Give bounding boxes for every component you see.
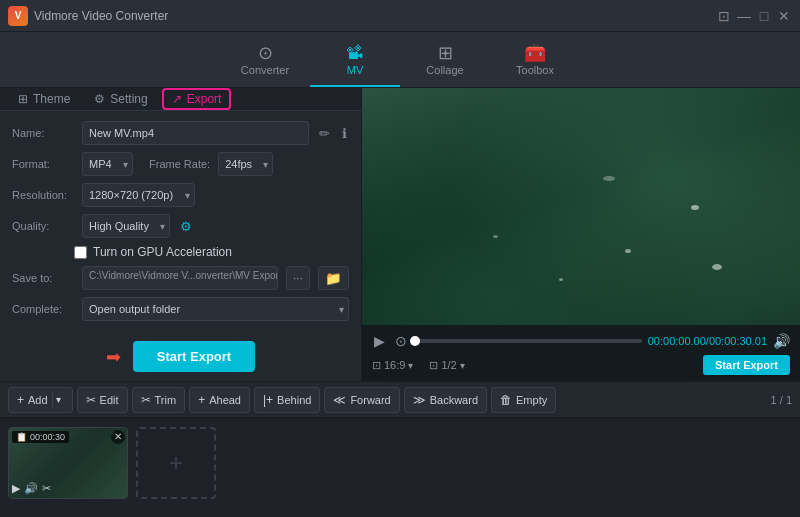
ahead-icon: + <box>198 393 205 407</box>
resolution-select[interactable]: 1280×720 (720p) <box>82 183 195 207</box>
open-folder-btn[interactable]: 📁 <box>318 266 349 290</box>
clip-volume-icon[interactable]: 🔊 <box>24 482 38 495</box>
right-panel: ▶ ⊙ 00:00:00.00/00:00:30.01 🔊 ⊡ 16:9 ▾ <box>362 88 800 381</box>
complete-select[interactable]: Open output folder <box>82 297 349 321</box>
resolution-select-wrapper: 1280×720 (720p) <box>82 183 195 207</box>
tab-toolbox-label: Toolbox <box>516 64 554 76</box>
name-input[interactable] <box>82 121 309 145</box>
empty-icon: 🗑 <box>500 393 512 407</box>
minimize-btn[interactable]: — <box>736 8 752 24</box>
info-icon[interactable]: ℹ <box>340 124 349 143</box>
speed-arrow-icon: ▾ <box>460 360 465 371</box>
forward-button[interactable]: ≪ Forward <box>324 387 399 413</box>
format-select[interactable]: MP4 <box>82 152 133 176</box>
clip-cut-icon[interactable]: ✂ <box>42 482 51 495</box>
complete-label: Complete: <box>12 303 74 315</box>
behind-label: Behind <box>277 394 311 406</box>
edit-label: Edit <box>100 394 119 406</box>
tab-mv[interactable]: 📽 MV <box>310 35 400 87</box>
frame-rate-label: Frame Rate: <box>149 158 210 170</box>
quality-select-wrapper: High Quality <box>82 214 170 238</box>
backward-button[interactable]: ≫ Backward <box>404 387 487 413</box>
video-start-export-button[interactable]: Start Export <box>703 355 790 375</box>
add-clip-button[interactable]: + <box>136 427 216 499</box>
add-button[interactable]: + Add ▾ <box>8 387 73 413</box>
foam-dot-2 <box>691 205 699 210</box>
mv-icon: 📽 <box>346 44 364 62</box>
arrow-indicator: ➡ <box>106 346 121 368</box>
ahead-button[interactable]: + Ahead <box>189 387 250 413</box>
trim-label: Trim <box>155 394 177 406</box>
saveto-label: Save to: <box>12 272 74 284</box>
timeline: 📋 00:00:30 ✕ ▶ 🔊 ✂ + <box>0 417 800 507</box>
trim-button[interactable]: ✂ Trim <box>132 387 186 413</box>
edit-button[interactable]: ✂ Edit <box>77 387 128 413</box>
foam-dot-6 <box>603 176 615 181</box>
volume-icon[interactable]: 🔊 <box>773 333 790 349</box>
collage-icon: ⊞ <box>438 44 453 62</box>
framerate-select[interactable]: 24fps <box>218 152 273 176</box>
close-btn[interactable]: ✕ <box>776 8 792 24</box>
add-label: Add <box>28 394 48 406</box>
panel-tab-theme[interactable]: ⊞ Theme <box>8 88 80 110</box>
add-clip-icon: + <box>169 449 183 477</box>
empty-button[interactable]: 🗑 Empty <box>491 387 556 413</box>
format-select-wrapper: MP4 <box>82 152 133 176</box>
add-icon: + <box>17 393 24 407</box>
complete-select-wrapper: Open output folder <box>82 297 349 321</box>
format-row: Format: MP4 Frame Rate: 24fps <box>12 152 349 176</box>
behind-icon: |+ <box>263 393 273 407</box>
resolution-label: Resolution: <box>12 189 74 201</box>
clip-duration-icon: 📋 <box>16 432 27 442</box>
foam-dot-1 <box>625 249 631 253</box>
format-label: Format: <box>12 158 74 170</box>
title-bar: V Vidmore Video Converter ⊡ — □ ✕ <box>0 0 800 32</box>
tab-collage[interactable]: ⊞ Collage <box>400 35 490 87</box>
clip-play-icon[interactable]: ▶ <box>12 482 20 495</box>
clip-close-btn[interactable]: ✕ <box>111 430 125 444</box>
stop-button[interactable]: ⊙ <box>393 331 409 351</box>
speed-select[interactable]: ⊡ 1/2 ▾ <box>429 359 464 372</box>
window-controls: ⊡ — □ ✕ <box>716 8 792 24</box>
ratio-icon: ⊡ <box>372 359 381 372</box>
maximize-btn[interactable]: □ <box>756 8 772 24</box>
panel-tab-setting[interactable]: ⚙ Setting <box>84 88 157 110</box>
speed-value: 1/2 <box>441 359 456 371</box>
theme-grid-icon: ⊞ <box>18 92 28 106</box>
quality-label: Quality: <box>12 220 74 232</box>
progress-bar[interactable] <box>415 339 642 343</box>
aspect-ratio-select[interactable]: ⊡ 16:9 ▾ <box>372 359 413 372</box>
name-label: Name: <box>12 127 74 139</box>
start-export-button[interactable]: Start Export <box>133 341 255 372</box>
panel-tabs: ⊞ Theme ⚙ Setting ↗ Export <box>0 88 361 111</box>
empty-label: Empty <box>516 394 547 406</box>
ratio-arrow-icon: ▾ <box>408 360 413 371</box>
bottom-toolbar: + Add ▾ ✂ Edit ✂ Trim + Ahead |+ Behind … <box>0 381 800 417</box>
edit-name-icon[interactable]: ✏ <box>317 124 332 143</box>
export-label: Export <box>187 92 222 106</box>
add-dropdown-icon[interactable]: ▾ <box>52 392 64 408</box>
gpu-checkbox[interactable] <box>74 246 87 259</box>
play-button[interactable]: ▶ <box>372 331 387 351</box>
tab-toolbox[interactable]: 🧰 Toolbox <box>490 35 580 87</box>
quality-select[interactable]: High Quality <box>82 214 170 238</box>
message-btn[interactable]: ⊡ <box>716 8 732 24</box>
browse-dots-btn[interactable]: ··· <box>286 266 310 290</box>
complete-row: Complete: Open output folder <box>12 297 349 321</box>
video-controls: ▶ ⊙ 00:00:00.00/00:00:30.01 🔊 ⊡ 16:9 ▾ <box>362 325 800 381</box>
left-panel: ⊞ Theme ⚙ Setting ↗ Export Name: ✏ ℹ <box>0 88 362 381</box>
backward-icon: ≫ <box>413 393 426 407</box>
controls-top: ▶ ⊙ 00:00:00.00/00:00:30.01 🔊 <box>372 331 790 351</box>
forward-icon: ≪ <box>333 393 346 407</box>
tab-converter[interactable]: ⊙ Converter <box>220 35 310 87</box>
main-layout: ⊞ Theme ⚙ Setting ↗ Export Name: ✏ ℹ <box>0 88 800 381</box>
gpu-row: Turn on GPU Acceleration <box>12 245 349 259</box>
title-bar-left: V Vidmore Video Converter <box>8 6 168 26</box>
panel-tab-export[interactable]: ↗ Export <box>162 88 232 110</box>
edit-icon: ✂ <box>86 393 96 407</box>
save-path-display: C:\Vidmore\Vidmore V...onverter\MV Expor… <box>82 266 278 290</box>
quality-settings-icon[interactable]: ⚙ <box>178 217 194 236</box>
app-icon: V <box>8 6 28 26</box>
behind-button[interactable]: |+ Behind <box>254 387 320 413</box>
export-arrow-icon: ↗ <box>172 92 182 106</box>
